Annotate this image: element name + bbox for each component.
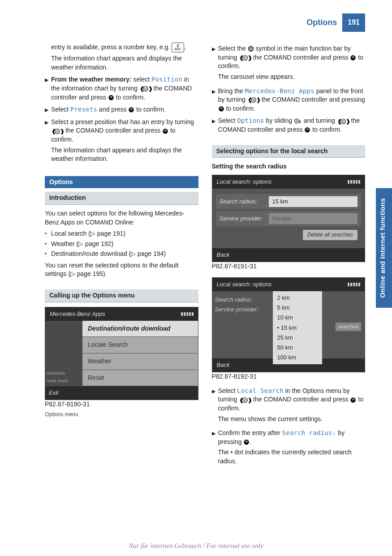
step-arrow-icon: ▶ bbox=[45, 105, 48, 114]
heading-setting-search-radius: Setting the search radius bbox=[212, 162, 366, 171]
section-calling-options-menu: Calling up the Options menu bbox=[45, 289, 198, 302]
controller-turn-icon bbox=[139, 86, 152, 92]
screenshot-search-radius-dropdown: Local search: options Search radius: Ser… bbox=[212, 277, 366, 372]
search-radius-dropdown[interactable]: 2 km 5 km 10 km 15 km 25 km 50 km 100 km bbox=[273, 291, 322, 364]
dropdown-option[interactable]: 2 km bbox=[273, 293, 322, 303]
step-arrow-icon: ▶ bbox=[212, 387, 215, 425]
key-2-abc-icon: 2ABC bbox=[172, 43, 184, 52]
step-arrow-icon: ▶ bbox=[45, 75, 48, 102]
shot-title: Local search: options bbox=[217, 280, 272, 289]
step-arrow-icon: ▶ bbox=[212, 429, 215, 467]
delete-searches-button[interactable]: Delete all searches bbox=[303, 230, 358, 240]
back-button[interactable]: Back bbox=[217, 251, 230, 259]
screenshot-local-search-options: Local search: options Search radius: 15 … bbox=[212, 175, 366, 263]
shot-title: Local search: options bbox=[217, 178, 272, 186]
para-weather-chart: The information chart appears and displa… bbox=[51, 54, 198, 72]
globe-icon bbox=[248, 46, 254, 52]
page-header-title: Options bbox=[306, 13, 342, 32]
figure-stamp: P82.87-8191-31 bbox=[212, 262, 366, 271]
step-arrow-icon: ▶ bbox=[212, 87, 215, 113]
dropdown-option[interactable]: 10 km bbox=[273, 313, 322, 323]
controller-press-icon bbox=[243, 439, 250, 445]
section-introduction: Introduction bbox=[45, 192, 198, 205]
controller-turn-icon bbox=[51, 128, 64, 134]
options-bullet-list: Local search (▷ page 191) Weather (▷ pag… bbox=[45, 229, 198, 259]
step-select-globe: Select the symbol in the main function b… bbox=[218, 44, 366, 83]
list-item: Local search (▷ page 191) bbox=[45, 229, 198, 238]
page-number: 191 bbox=[342, 13, 365, 32]
service-provider-row[interactable]: Service provider: Google bbox=[216, 211, 362, 226]
figure-stamp: P82.87-8192-31 bbox=[212, 372, 366, 381]
dropdown-option[interactable]: 100 km bbox=[273, 353, 322, 362]
figure-stamp: P82.87-8190-31 bbox=[45, 400, 198, 409]
signal-icon bbox=[348, 180, 360, 184]
step-select-local-search: Select Local Search in the Options menu … bbox=[218, 387, 366, 425]
step-arrow-icon: ▶ bbox=[212, 116, 215, 134]
right-column: ▶ Select the symbol in the main function… bbox=[212, 41, 366, 471]
controller-turn-icon bbox=[239, 55, 251, 61]
controller-press-icon bbox=[108, 95, 114, 101]
list-item: Weather (▷ page 192) bbox=[45, 240, 198, 249]
step-bring-mb-apps: Bring the Mercedes-Benz Apps panel to th… bbox=[218, 87, 366, 113]
list-item: Destination/route download (▷ page 194) bbox=[45, 250, 198, 259]
controller-turn-icon bbox=[247, 97, 260, 103]
dropdown-option[interactable]: 25 km bbox=[273, 333, 322, 343]
step-select-preset-position: Select a preset position that has an ent… bbox=[51, 118, 198, 165]
search-radius-row[interactable]: Search radius: 15 km bbox=[216, 194, 362, 209]
menu-item[interactable]: Weather bbox=[82, 353, 198, 370]
step-select-options: Select Options by sliding and turning th… bbox=[218, 116, 366, 134]
shot-title: Mercedes-Benz Apps bbox=[50, 310, 105, 318]
screenshot-options-menu: Mercedes-Benz Apps Destinatio route down… bbox=[45, 307, 198, 401]
figure-caption: Options menu bbox=[45, 411, 198, 418]
para-reset-options: You can reset the selected options to th… bbox=[45, 261, 198, 279]
para-select-options-intro: You can select options for the following… bbox=[45, 209, 198, 227]
step-arrow-icon: ▶ bbox=[45, 118, 48, 165]
menu-item[interactable]: Locale Search bbox=[82, 337, 198, 353]
dropdown-option-selected[interactable]: 15 km bbox=[273, 323, 322, 333]
back-button[interactable]: Back bbox=[217, 361, 230, 369]
menu-item[interactable]: Reset bbox=[82, 370, 198, 387]
step-from-weather-memory: From the weather memory: select Position… bbox=[51, 75, 198, 102]
controller-turn-icon bbox=[239, 397, 251, 403]
step-arrow-icon: ▶ bbox=[212, 44, 215, 83]
step-select-presets: Select Presets and press to confirm. bbox=[51, 105, 198, 114]
controller-press-icon bbox=[128, 107, 134, 113]
signal-icon bbox=[181, 312, 194, 316]
controller-press-icon bbox=[162, 128, 168, 134]
section-local-search-options: Selecting options for the local search bbox=[212, 145, 366, 158]
menu-item[interactable]: Destination/route download bbox=[82, 321, 198, 337]
step-confirm-search-radius: Confirm the entry after Search radius: b… bbox=[218, 429, 366, 467]
chapter-tab: Online and Internet functions bbox=[376, 188, 392, 308]
dropdown-option[interactable]: 5 km bbox=[273, 303, 322, 313]
controller-slide-down-icon bbox=[294, 118, 302, 125]
controller-press-icon bbox=[304, 127, 310, 133]
left-column: entry is available, press a number key, … bbox=[45, 41, 198, 471]
section-options: Options bbox=[45, 176, 198, 189]
controller-press-icon bbox=[350, 397, 356, 403]
signal-icon bbox=[348, 283, 360, 286]
controller-turn-icon bbox=[337, 118, 349, 125]
footer-internal-use: Nur für internen Gebrauch / For internal… bbox=[0, 541, 392, 551]
searches-label: searches bbox=[336, 323, 361, 331]
controller-press-icon bbox=[350, 55, 356, 61]
controller-press-icon bbox=[218, 106, 224, 112]
dropdown-option[interactable]: 50 km bbox=[273, 343, 322, 353]
para-entry-available: entry is available, press a number key, … bbox=[51, 43, 198, 52]
exit-button[interactable]: Exit bbox=[45, 386, 86, 400]
